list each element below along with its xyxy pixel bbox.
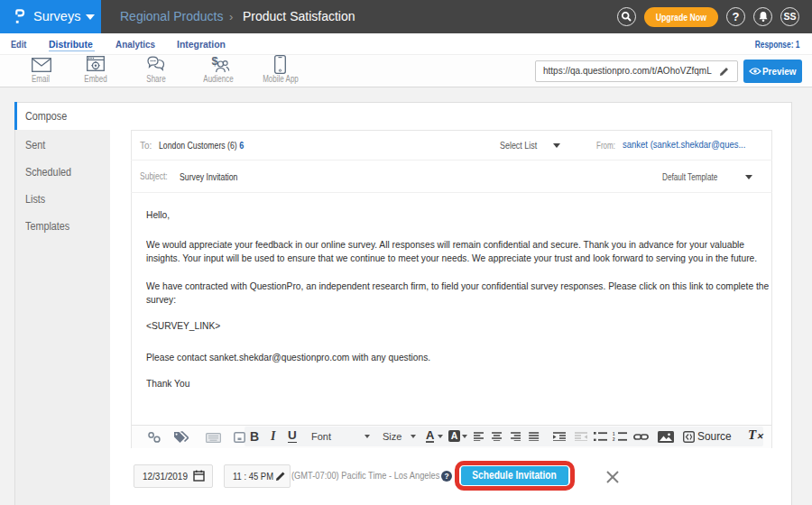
svg-text:$: $: [212, 55, 219, 68]
svg-text:2: 2: [613, 437, 615, 441]
svg-text:1: 1: [613, 432, 615, 436]
